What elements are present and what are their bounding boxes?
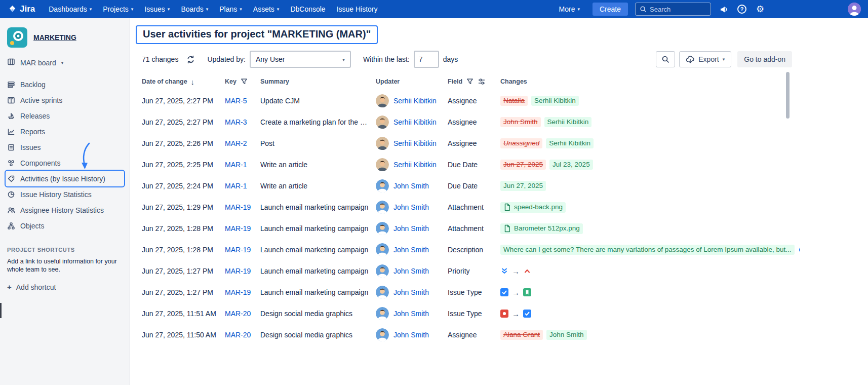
- updater-link[interactable]: Serhii Kibitkin: [393, 139, 437, 147]
- sidebar-item-label: Issues: [20, 143, 41, 151]
- search-button[interactable]: [656, 51, 675, 67]
- updater-link[interactable]: John Smith: [393, 203, 429, 211]
- issue-key-link[interactable]: MAR-5: [225, 97, 247, 105]
- updater-avatar: [376, 115, 389, 129]
- issue-key-link[interactable]: MAR-19: [225, 288, 251, 296]
- added-value: Serhii Kibitkin: [546, 138, 594, 148]
- issue-key-link[interactable]: MAR-2: [225, 139, 247, 147]
- sidebar-item-active-sprints[interactable]: Active sprints: [0, 92, 129, 108]
- filter-icon[interactable]: [466, 78, 474, 86]
- issue-key-link[interactable]: MAR-1: [225, 161, 247, 169]
- nav-item-more[interactable]: More ▾: [554, 0, 585, 18]
- issue-key-link[interactable]: MAR-19: [225, 267, 251, 275]
- updater-avatar: [376, 222, 389, 235]
- export-button[interactable]: Export ▾: [679, 51, 731, 67]
- added-value: Jun 27, 2025: [500, 181, 546, 191]
- added-value: John Smith: [546, 330, 587, 340]
- issue-key-link[interactable]: MAR-20: [225, 310, 251, 318]
- activities-table: Date of change↓KeySummaryUpdaterFieldCha…: [142, 73, 800, 345]
- sidebar-item-mar-board[interactable]: MAR board ▾: [0, 55, 129, 70]
- issue-key-link[interactable]: MAR-19: [225, 224, 251, 233]
- chevron-down-icon: ▾: [577, 7, 580, 12]
- nav-item-label: Dashboards: [49, 5, 87, 13]
- updater-link[interactable]: Serhii Kibitkin: [393, 97, 437, 105]
- updater-link[interactable]: John Smith: [393, 182, 429, 190]
- controls-bar: 71 changes Updated by: Any User ▾ Within…: [142, 51, 792, 68]
- issue-key-link[interactable]: MAR-19: [225, 246, 251, 254]
- sidebar-item-label: Reports: [20, 128, 45, 136]
- cell-changes: NataliaSerhii Kibitkin: [500, 96, 800, 106]
- help-icon[interactable]: ?: [736, 4, 747, 15]
- create-button[interactable]: Create: [593, 3, 628, 16]
- jira-logo[interactable]: Jira: [8, 4, 35, 14]
- updater-link[interactable]: John Smith: [393, 246, 429, 254]
- settings-gear-icon[interactable]: ⚙: [755, 4, 766, 15]
- add-shortcut-button[interactable]: + Add shortcut: [7, 283, 122, 291]
- sidebar-item-label: Backlog: [20, 81, 46, 89]
- sidebar-item-activities-by-issue-history[interactable]: Activities (by Issue History): [0, 171, 129, 186]
- updater-link[interactable]: John Smith: [393, 224, 429, 233]
- updater-link[interactable]: John Smith: [393, 310, 429, 318]
- refresh-icon[interactable]: [186, 55, 195, 64]
- sidebar-item-assignee-history-statistics[interactable]: Assignee History Statistics: [0, 202, 129, 218]
- project-name-link[interactable]: MARKETING: [33, 33, 76, 42]
- arrow-right-icon: →: [512, 310, 520, 318]
- sidebar-item-issues[interactable]: Issues: [0, 139, 129, 155]
- search-input[interactable]: [650, 6, 706, 13]
- cell-date: Jun 27, 2025, 2:27 PM: [142, 97, 225, 105]
- table-row: Jun 27, 2025, 2:27 PMMAR-5Update CJMSerh…: [142, 90, 800, 111]
- nav-item-projects[interactable]: Projects▾: [97, 0, 139, 18]
- updater-link[interactable]: Serhii Kibitkin: [393, 118, 437, 126]
- user-avatar[interactable]: [848, 3, 861, 16]
- filter-icon[interactable]: [240, 78, 248, 86]
- column-label: Field: [448, 78, 462, 85]
- updated-by-select[interactable]: Any User ▾: [250, 51, 351, 68]
- nav-item-issues[interactable]: Issues▾: [139, 0, 175, 18]
- updater-link[interactable]: John Smith: [393, 331, 429, 339]
- cell-summary: Launch email marketing campaign: [260, 267, 376, 275]
- issue-key-link[interactable]: MAR-1: [225, 182, 247, 190]
- cell-updater: John Smith: [376, 328, 448, 341]
- sidebar-item-backlog[interactable]: Backlog: [0, 76, 129, 92]
- go-to-addon-button[interactable]: Go to add-on: [737, 51, 792, 67]
- updater-link[interactable]: John Smith: [393, 288, 429, 296]
- scrollbar[interactable]: [786, 72, 790, 378]
- issue-key-link[interactable]: MAR-3: [225, 118, 247, 126]
- feedback-megaphone-icon[interactable]: [718, 4, 729, 15]
- revert-icon[interactable]: [798, 246, 800, 254]
- issue-key-link[interactable]: MAR-19: [225, 203, 251, 211]
- sidebar-item-issue-history-statistics[interactable]: Issue History Statistics: [0, 186, 129, 202]
- issue-key-link[interactable]: MAR-20: [225, 331, 251, 339]
- sidebar-item-components[interactable]: Components: [0, 155, 129, 171]
- nav-search[interactable]: [635, 3, 711, 16]
- days-input[interactable]: [414, 51, 439, 68]
- priority-high-icon: [523, 267, 531, 275]
- nav-item-issue-history[interactable]: Issue History: [331, 0, 383, 18]
- type-bug-icon: [500, 310, 508, 318]
- nav-item-label: Boards: [181, 5, 203, 13]
- cell-key: MAR-19: [225, 203, 260, 211]
- nav-item-plans[interactable]: Plans▾: [214, 0, 248, 18]
- project-shortcuts-hint: Add a link to useful information for you…: [7, 258, 117, 274]
- cell-updater: John Smith: [376, 243, 448, 256]
- sliders-icon[interactable]: [478, 78, 486, 86]
- nav-item-dbconsole[interactable]: DbConsole: [285, 0, 331, 18]
- cell-changes: →: [500, 267, 800, 276]
- sidebar-item-reports[interactable]: Reports: [0, 124, 129, 139]
- nav-item-boards[interactable]: Boards▾: [175, 0, 214, 18]
- sidebar-item-objects[interactable]: Objects: [0, 218, 129, 234]
- days-label: days: [443, 55, 458, 63]
- updater-link[interactable]: Serhii Kibitkin: [393, 161, 437, 169]
- removed-value: Alana Grant: [500, 330, 543, 340]
- nav-item-assets[interactable]: Assets▾: [248, 0, 285, 18]
- cell-key: MAR-19: [225, 267, 260, 275]
- updater-link[interactable]: John Smith: [393, 267, 429, 275]
- updater-avatar: [376, 264, 389, 278]
- scrollbar-thumb[interactable]: [786, 72, 790, 119]
- sidebar-item-releases[interactable]: Releases: [0, 108, 129, 124]
- sidebar-item-label: Issue History Statistics: [20, 190, 92, 199]
- cell-date: Jun 27, 2025, 11:51 AM: [142, 310, 225, 318]
- cell-summary: Post: [260, 139, 376, 147]
- nav-item-dashboards[interactable]: Dashboards▾: [43, 0, 97, 18]
- sort-desc-icon[interactable]: ↓: [191, 78, 195, 86]
